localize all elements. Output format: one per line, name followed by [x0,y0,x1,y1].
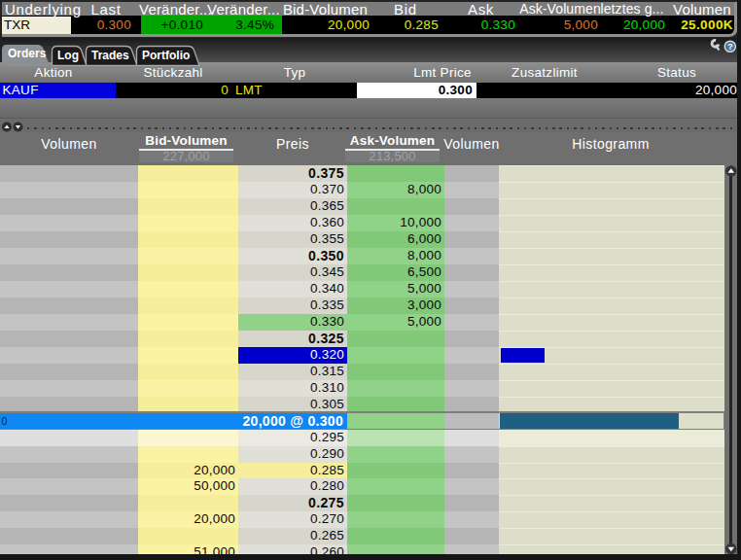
svg-text:?: ? [727,41,733,52]
